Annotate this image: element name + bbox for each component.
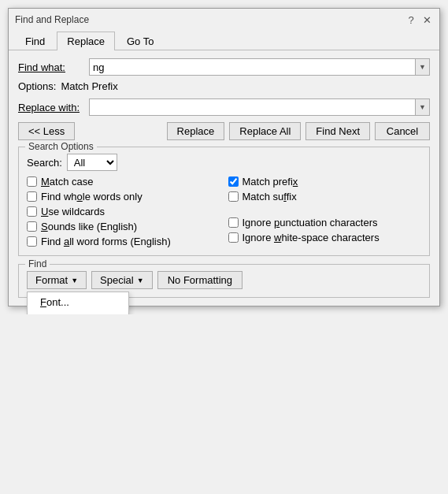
tab-goto[interactable]: Go To — [117, 32, 164, 50]
find-next-button[interactable]: Find Next — [305, 122, 370, 140]
all-word-forms-checkbox[interactable] — [27, 236, 37, 247]
options-label: Options: — [18, 80, 56, 92]
search-select[interactable]: All Down Up — [67, 154, 117, 171]
search-options-box: Search Options Search: All Down Up Mat — [18, 147, 430, 256]
whole-words-label[interactable]: Find whole words only — [41, 191, 143, 202]
match-prefix-checkbox[interactable] — [228, 176, 239, 187]
find-replace-dialog: Find and Replace ? ✕ Find Replace Go To … — [8, 8, 440, 306]
checkbox-whole-words-row: Find whole words only — [27, 191, 220, 202]
format-dropdown-menu: Font... Paragraph... Tabs... Language... — [27, 292, 129, 314]
find-what-input-wrap: ▼ — [89, 58, 430, 76]
ignore-whitespace-label[interactable]: Ignore white-space characters — [243, 232, 380, 243]
match-prefix-label[interactable]: Match prefix — [243, 176, 298, 188]
format-menu-paragraph[interactable]: Paragraph... — [28, 312, 128, 314]
button-row-right: Replace Replace All Find Next Cancel — [167, 122, 430, 140]
title-bar: Find and Replace ? ✕ — [9, 9, 439, 29]
checkbox-match-suffix-row: Match suffix — [228, 191, 422, 202]
checkbox-sounds-like-row: Sounds like (English) — [27, 221, 220, 232]
match-case-checkbox[interactable] — [27, 176, 37, 187]
all-word-forms-label[interactable]: Find all word forms (English) — [41, 236, 171, 247]
replace-with-row: Replace with: ▼ — [18, 98, 430, 116]
ignore-punctuation-checkbox[interactable] — [228, 217, 239, 228]
checkbox-wildcards-row: Use wildcards — [27, 206, 220, 217]
checkbox-match-prefix-row: Match prefix — [228, 176, 422, 188]
format-button[interactable]: Format ▼ — [27, 271, 87, 289]
checkbox-grid: Match case Find whole words only Use wil… — [27, 176, 421, 247]
checkbox-ignore-whitespace-row: Ignore white-space characters — [228, 232, 422, 243]
checkbox-ignore-punctuation-row: Ignore punctuation characters — [228, 217, 422, 228]
dialog-title: Find and Replace — [15, 14, 89, 25]
sounds-like-checkbox[interactable] — [27, 221, 37, 232]
match-suffix-label[interactable]: Match suffix — [243, 191, 297, 202]
replace-button[interactable]: Replace — [167, 122, 225, 140]
checkbox-match-case-row: Match case — [27, 176, 220, 188]
replace-with-dropdown-arrow[interactable]: ▼ — [416, 98, 430, 116]
find-section-title: Find — [25, 258, 50, 269]
use-wildcards-label[interactable]: Use wildcards — [41, 206, 105, 217]
tab-replace[interactable]: Replace — [57, 32, 115, 50]
use-wildcards-checkbox[interactable] — [27, 206, 37, 217]
match-case-label[interactable]: Match case — [41, 176, 94, 188]
ignore-punctuation-label[interactable]: Ignore punctuation characters — [243, 217, 378, 228]
format-button-container: Format ▼ Font... Paragraph... Tabs... — [27, 271, 87, 289]
close-button[interactable]: ✕ — [420, 13, 433, 26]
replace-all-button[interactable]: Replace All — [229, 122, 301, 140]
replace-with-label: Replace with: — [18, 102, 89, 113]
search-options-title: Search Options — [25, 141, 97, 152]
find-buttons-row: Format ▼ Font... Paragraph... Tabs... — [27, 271, 421, 289]
title-bar-left: Find and Replace — [15, 14, 89, 25]
dialog-body: Find what: ▼ Options: Match Prefix Repla… — [9, 50, 439, 306]
help-button[interactable]: ? — [405, 13, 417, 26]
sounds-like-label[interactable]: Sounds like (English) — [41, 221, 137, 232]
options-value: Match Prefix — [61, 80, 117, 92]
checkbox-all-word-forms-row: Find all word forms (English) — [27, 236, 220, 247]
less-button[interactable]: << Less — [18, 122, 75, 140]
match-suffix-checkbox[interactable] — [228, 191, 239, 202]
search-row: Search: All Down Up — [27, 154, 421, 171]
checkbox-col-right: Match prefix Match suffix Ignore punctua… — [228, 176, 422, 247]
options-row: Options: Match Prefix — [18, 80, 430, 92]
cancel-button[interactable]: Cancel — [375, 122, 430, 140]
tab-find[interactable]: Find — [15, 32, 55, 50]
main-button-row: << Less Replace Replace All Find Next Ca… — [18, 122, 430, 140]
replace-with-input-wrap: ▼ — [89, 98, 430, 116]
special-button[interactable]: Special ▼ — [91, 271, 153, 289]
find-what-row: Find what: ▼ — [18, 58, 430, 76]
ignore-whitespace-checkbox[interactable] — [228, 232, 239, 243]
format-menu-font[interactable]: Font... — [28, 292, 128, 312]
find-what-label: Find what: — [18, 61, 89, 73]
title-bar-right: ? ✕ — [405, 13, 433, 26]
replace-with-input[interactable] — [89, 98, 416, 116]
format-dropdown-arrow-icon: ▼ — [71, 277, 78, 284]
find-what-input[interactable] — [89, 58, 416, 76]
special-dropdown-arrow-icon: ▼ — [137, 277, 144, 284]
find-what-dropdown-arrow[interactable]: ▼ — [416, 58, 430, 76]
whole-words-checkbox[interactable] — [27, 191, 37, 202]
tabs-bar: Find Replace Go To — [9, 31, 439, 50]
search-row-label: Search: — [27, 157, 62, 169]
checkbox-col-left: Match case Find whole words only Use wil… — [27, 176, 220, 247]
no-formatting-button[interactable]: No Formatting — [157, 271, 243, 289]
find-section-wrapper: Find Format ▼ Font... Paragraph... — [18, 264, 430, 298]
